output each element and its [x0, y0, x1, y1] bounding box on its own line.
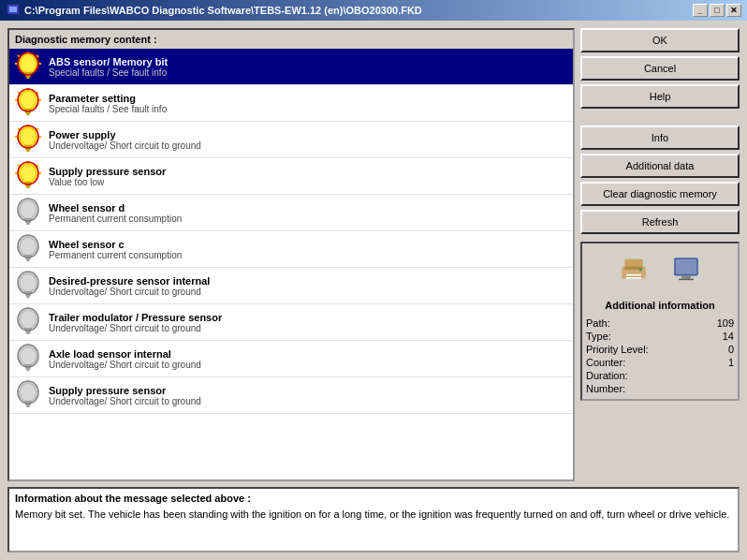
cancel-button[interactable]: Cancel	[580, 56, 740, 81]
item-subtitle: Permanent current consumption	[49, 250, 182, 260]
bulb-on-icon	[15, 52, 41, 81]
item-title: Supply pressure sensor	[49, 166, 166, 177]
bulb-on-icon	[15, 161, 41, 191]
right-panel: OK Cancel Help Info Additional data Clea…	[580, 28, 740, 481]
info-value: 1	[706, 357, 734, 368]
item-text: Desired-pressure sensor internalUndervol…	[49, 275, 210, 297]
list-header: Diagnostic memory content :	[9, 30, 573, 49]
list-item[interactable]: Trailer modulator / Pressure sensorUnder…	[9, 304, 573, 341]
svg-rect-68	[26, 332, 30, 334]
item-icon	[13, 88, 43, 118]
svg-rect-6	[26, 77, 30, 79]
svg-rect-80	[26, 405, 30, 407]
svg-point-14	[21, 92, 36, 109]
svg-rect-56	[26, 259, 30, 261]
list-item[interactable]: Supply pressure sensorValue too low	[9, 158, 573, 195]
list-item[interactable]: Axle load sensor internalUndervoltage/ S…	[9, 341, 573, 377]
info-row: Path:109	[586, 317, 734, 330]
item-title: Trailer modulator / Pressure sensor	[49, 312, 222, 323]
list-item[interactable]: Power supplyUndervoltage/ Short circuit …	[9, 122, 573, 158]
info-row: Counter:1	[586, 356, 734, 369]
main-window: Diagnostic memory content : ABS sensor/ …	[0, 21, 747, 560]
svg-point-71	[21, 347, 36, 364]
list-item[interactable]: Desired-pressure sensor internalUndervol…	[9, 268, 573, 304]
item-icon	[13, 52, 43, 81]
additional-info-section: Additional information Path:109Type:14Pr…	[580, 242, 740, 401]
info-value	[706, 383, 734, 394]
refresh-button[interactable]: Refresh	[580, 210, 740, 234]
title-text: C:\Program Files\WABCO Diagnostic Softwa…	[24, 5, 422, 16]
help-button[interactable]: Help	[580, 84, 740, 109]
item-icon	[13, 271, 43, 301]
list-item[interactable]: Parameter settingSpecial faults / See fa…	[9, 85, 573, 122]
item-icon	[13, 198, 43, 228]
content-area: Diagnostic memory content : ABS sensor/ …	[7, 28, 740, 481]
item-subtitle: Undervoltage/ Short circuit to ground	[49, 396, 201, 406]
printer-icon	[619, 255, 649, 285]
ok-button[interactable]: OK	[580, 28, 740, 52]
item-icon	[13, 161, 43, 191]
item-text: Supply pressure sensorUndervoltage/ Shor…	[49, 385, 201, 406]
item-subtitle: Value too low	[49, 177, 166, 187]
item-subtitle: Special faults / See fault info	[49, 104, 167, 114]
monitor-icon-button[interactable]	[667, 251, 705, 288]
item-title: Wheel sensor d	[49, 202, 182, 214]
list-item[interactable]: Supply pressure sensorUndervoltage/ Shor…	[9, 377, 573, 414]
left-panel: Diagnostic memory content : ABS sensor/ …	[7, 28, 575, 481]
maximize-button[interactable]: □	[710, 4, 725, 17]
app-icon	[6, 3, 21, 18]
svg-rect-74	[26, 369, 30, 371]
item-title: Desired-pressure sensor internal	[49, 275, 210, 287]
minimize-button[interactable]: _	[693, 4, 708, 17]
bottom-text: Memory bit set. The vehicle has been sta…	[15, 508, 732, 522]
item-text: Trailer modulator / Pressure sensorUnder…	[49, 312, 222, 333]
item-title: Axle load sensor internal	[49, 348, 201, 360]
additional-data-button[interactable]: Additional data	[580, 154, 740, 178]
item-icon	[13, 380, 43, 410]
bottom-panel: Information about the message selected a…	[7, 487, 740, 553]
bulb-on-icon	[15, 88, 41, 118]
item-subtitle: Special faults / See fault info	[49, 67, 168, 78]
info-row: Number:	[586, 382, 734, 395]
info-row: Duration:	[586, 369, 734, 382]
clear-diagnostic-button[interactable]: Clear diagnostic memory	[580, 182, 740, 206]
diagnostic-list[interactable]: ABS sensor/ Memory bitSpecial faults / S…	[9, 49, 573, 479]
item-text: Parameter settingSpecial faults / See fa…	[49, 93, 167, 114]
item-title: Wheel sensor c	[49, 239, 182, 250]
item-text: ABS sensor/ Memory bitSpecial faults / S…	[49, 56, 168, 78]
item-title: Parameter setting	[49, 93, 167, 104]
info-label: Priority Level:	[586, 344, 649, 355]
monitor-icon	[671, 255, 701, 285]
item-subtitle: Undervoltage/ Short circuit to ground	[49, 287, 210, 297]
info-row: Type:14	[586, 330, 734, 343]
list-item[interactable]: Wheel sensor cPermanent current consumpt…	[9, 231, 573, 268]
item-text: Supply pressure sensorValue too low	[49, 166, 166, 187]
svg-point-3	[21, 55, 36, 72]
svg-rect-89	[676, 259, 696, 274]
item-text: Axle load sensor internalUndervoltage/ S…	[49, 348, 201, 370]
info-value: 109	[706, 317, 734, 329]
bulb-off-icon	[15, 344, 41, 374]
svg-rect-28	[26, 150, 30, 152]
info-value: 14	[706, 331, 734, 342]
printer-icon-button[interactable]	[615, 251, 652, 288]
item-icon	[13, 307, 43, 337]
svg-rect-90	[681, 275, 691, 278]
svg-rect-86	[626, 277, 641, 279]
list-item[interactable]: ABS sensor/ Memory bitSpecial faults / S…	[9, 49, 573, 85]
svg-point-87	[639, 268, 642, 271]
bulb-off-icon	[15, 198, 41, 228]
list-item[interactable]: Wheel sensor dPermanent current consumpt…	[9, 195, 573, 231]
svg-point-53	[21, 238, 36, 255]
item-icon	[13, 125, 43, 155]
svg-rect-39	[26, 186, 30, 188]
svg-point-77	[21, 384, 36, 401]
close-button[interactable]: ✕	[726, 4, 741, 17]
item-title: Power supply	[49, 129, 201, 140]
bulb-off-icon	[15, 307, 41, 337]
info-value	[706, 370, 734, 381]
bottom-header: Information about the message selected a…	[15, 493, 732, 504]
info-button[interactable]: Info	[580, 125, 740, 150]
svg-rect-1	[9, 7, 17, 12]
item-subtitle: Undervoltage/ Short circuit to ground	[49, 360, 201, 370]
